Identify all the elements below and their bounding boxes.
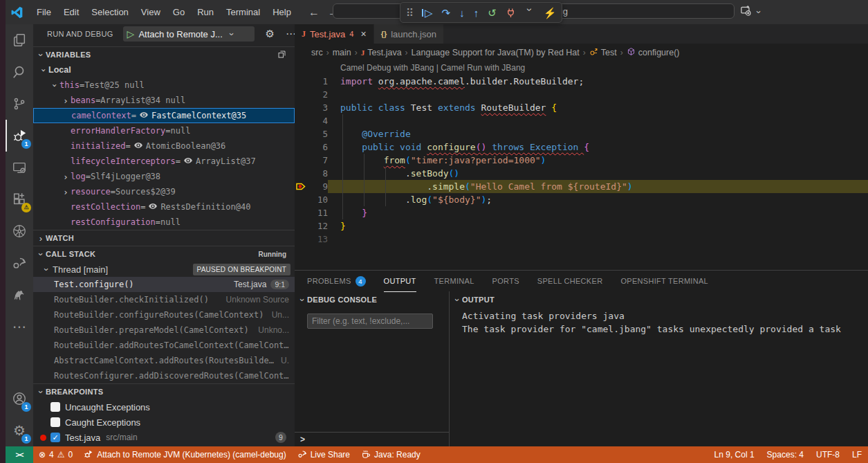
menu-file[interactable]: File [30, 0, 57, 24]
variable-row[interactable]: ›beans = ArrayList@34 null [33, 93, 295, 108]
stack-frame-row[interactable]: AbstractCamelContext.addRoutes(RoutesBui… [33, 353, 295, 368]
panel-tab-terminal[interactable]: TERMINAL [434, 271, 474, 291]
restart-icon[interactable]: ↺ [488, 8, 497, 18]
chevron-down-icon[interactable]: › [39, 65, 49, 75]
code-editor[interactable]: Camel Debug with JBang | Camel Run with … [295, 62, 868, 294]
panel-tab-openshift-terminal[interactable]: OPENSHIFT TERMINAL [620, 271, 708, 291]
encoding[interactable]: UTF-8 [810, 450, 846, 460]
java-status[interactable]: Java: Ready [355, 449, 426, 461]
breakpoint-row[interactable]: ✓Test.javasrc/main9 [33, 430, 295, 445]
variable-row[interactable]: lifecycleInterceptors = ArrayList@37 [33, 154, 295, 169]
breakpoint-paused-icon[interactable] [295, 180, 307, 193]
thread-row[interactable]: › Thread [main] PAUSED ON BREAKPOINT [33, 262, 295, 277]
activity-search-icon[interactable] [6, 56, 33, 88]
variable-row[interactable]: ›this = Test@25 null [33, 78, 295, 93]
menu-go[interactable]: Go [167, 0, 191, 24]
variables-header[interactable]: › VARIABLES [33, 46, 295, 62]
continue-icon[interactable]: ▷ [422, 8, 433, 18]
code-line[interactable]: 3public class Test extends RouteBuilder … [295, 101, 868, 114]
breadcrumb-item[interactable]: configure() [627, 47, 680, 58]
live-share-status[interactable]: Live Share [292, 449, 355, 461]
code-line[interactable]: 8 .setBody() [295, 167, 868, 180]
variable-row[interactable]: initialized = AtomicBoolean@36 [33, 138, 295, 154]
activity-explorer-icon[interactable] [6, 24, 33, 56]
variable-row[interactable]: ›resource = Sources$2@39 [33, 184, 295, 199]
variable-row[interactable]: restConfiguration = null [33, 215, 295, 230]
output-log[interactable]: Activating task providers javaThe task p… [450, 308, 868, 336]
activity-settings-icon[interactable]: ⚙1 [6, 415, 33, 446]
code-line[interactable]: 11 } [295, 206, 868, 219]
menu-edit[interactable]: Edit [57, 0, 85, 24]
close-icon[interactable]: × [360, 28, 366, 39]
activity-extensions-icon[interactable]: ⚠ [6, 183, 33, 215]
tab-test-java[interactable]: JTest.java4× [295, 24, 374, 44]
stack-frame-row[interactable]: RouteBuilder.configureRoutes(CamelContex… [33, 307, 295, 323]
debug-settings-gear-icon[interactable]: ⚙ [266, 28, 275, 40]
codelens-links[interactable]: Camel Debug with JBang | Camel Run with … [295, 62, 868, 75]
lazy-eval-eye-icon[interactable] [181, 156, 196, 167]
indentation[interactable]: Spaces: 4 [761, 450, 810, 460]
menu-selection[interactable]: Selection [85, 0, 134, 24]
activity-live-share-icon[interactable] [6, 247, 33, 279]
activity-source-control-icon[interactable] [6, 88, 33, 120]
activity-camel-icon[interactable] [6, 279, 33, 311]
code-line[interactable]: 1import org.apache.camel.builder.RouteBu… [295, 75, 868, 88]
menu-help[interactable]: Help [266, 0, 297, 24]
stack-frame-row[interactable]: Test.configure()Test.java9:1 [33, 277, 295, 292]
variable-row[interactable]: errorHandlerFactory = null [33, 123, 295, 138]
stack-frame-row[interactable]: RouteBuilder.checkInitialized()Unknown S… [33, 292, 295, 307]
stack-frame-row[interactable]: RouteBuilder.prepareModel(CamelContext)U… [33, 323, 295, 338]
debug-console-header[interactable]: › DEBUG CONSOLE [295, 291, 449, 308]
activity-remote-explorer-icon[interactable] [6, 152, 33, 183]
panel-tab-spell-checker[interactable]: SPELL CHECKER [537, 271, 603, 291]
cursor-position[interactable]: Ln 9, Col 1 [708, 450, 761, 460]
chevron-right-icon[interactable]: › [61, 172, 71, 182]
menu-terminal[interactable]: Terminal [220, 0, 266, 24]
output-header[interactable]: › OUTPUT [450, 291, 868, 308]
call-stack-header[interactable]: › CALL STACK Running [33, 246, 295, 262]
breadcrumb-item[interactable]: JTest.java [361, 48, 402, 57]
variable-row[interactable]: restCollection = RestsDefinition@40 [33, 199, 295, 215]
code-line[interactable]: 13 [295, 233, 868, 246]
panel-tab-problems[interactable]: PROBLEMS4 [307, 271, 366, 291]
code-line[interactable]: 5 @Override [295, 127, 868, 140]
step-out-icon[interactable]: ↑ [474, 8, 479, 18]
breadcrumb-item[interactable]: main [333, 48, 351, 57]
code-line[interactable]: 4 [295, 114, 868, 127]
breakpoint-checkbox[interactable] [50, 417, 60, 427]
panel-tab-ports[interactable]: PORTS [492, 271, 519, 291]
stack-frame-row[interactable]: RouteBuilder.addRoutesToCamelContext(Cam… [33, 338, 295, 353]
debug-session-status[interactable]: Attach to Remote JVM (Kubernetes) (camel… [78, 449, 291, 461]
chevron-down-icon[interactable]: › [524, 8, 535, 17]
panel-tab-output[interactable]: OUTPUT [384, 271, 416, 292]
breakpoints-header[interactable]: › BREAKPOINTS [33, 383, 295, 399]
start-debugging-icon[interactable]: ▷ [127, 28, 135, 39]
stack-frame-row[interactable]: RoutesConfigurer.addDiscoveredRoutes(Cam… [33, 368, 295, 383]
chevron-right-icon[interactable]: › [61, 187, 71, 197]
step-over-icon[interactable]: ↷ [442, 8, 451, 18]
breadcrumb-item[interactable]: src [311, 48, 323, 57]
remote-indicator[interactable]: >< [6, 446, 33, 463]
code-line[interactable]: 12} [295, 219, 868, 233]
drag-grip-icon[interactable]: ⠿ [406, 8, 413, 18]
menu-run[interactable]: Run [191, 0, 220, 24]
chevron-down-icon[interactable]: › [50, 80, 60, 90]
breadcrumb-item[interactable]: Language Support for Java(TM) by Red Hat [412, 48, 580, 57]
code-line[interactable]: 6 public void configure() throws Excepti… [295, 140, 868, 154]
eol[interactable]: LF [846, 450, 868, 460]
lazy-eval-eye-icon[interactable] [136, 110, 151, 122]
menu-view[interactable]: View [135, 0, 167, 24]
more-actions-icon[interactable]: ⋯ [286, 28, 295, 40]
code-line[interactable]: 9 .simple("Hello Camel from ${routeId}") [295, 180, 868, 193]
activity-run-and-debug-icon[interactable]: 1 [6, 120, 33, 152]
code-line[interactable]: 2 [295, 88, 868, 101]
manage-remote-window-button[interactable]: › [740, 5, 764, 19]
breakpoint-row[interactable]: Uncaught Exceptions [33, 399, 295, 415]
breakpoint-row[interactable]: Caught Exceptions [33, 415, 295, 430]
step-into-icon[interactable]: ↓ [459, 8, 465, 18]
breakpoint-checkbox[interactable] [50, 402, 60, 412]
tab-launch-json[interactable]: {}launch.json [374, 24, 444, 44]
problems-status[interactable]: ⊗4 ⚠0 [33, 450, 78, 460]
go-back-icon[interactable]: ← [307, 6, 321, 19]
variable-row[interactable]: camelContext = FastCamelContext@35 [33, 108, 295, 123]
